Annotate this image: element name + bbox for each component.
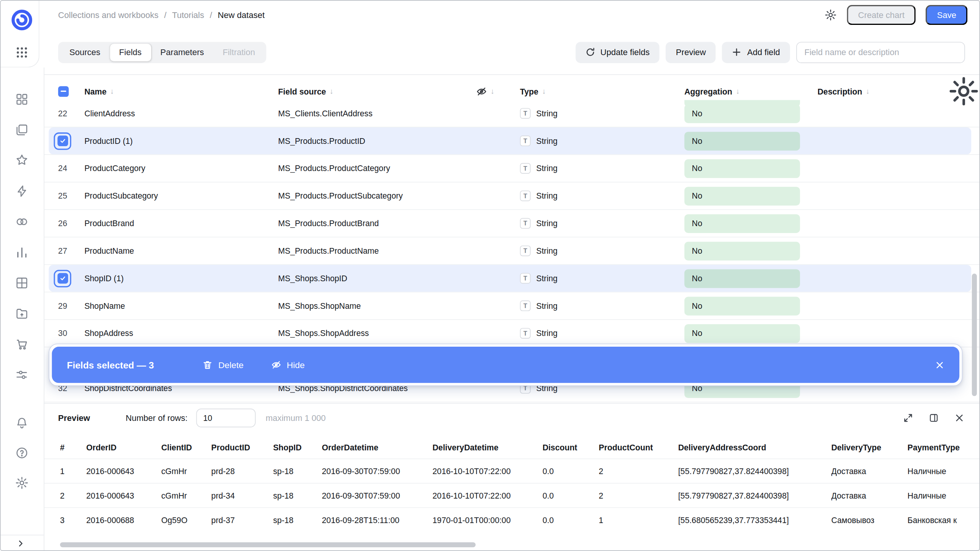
table-row[interactable]: 24 ProductCategory MS_Products.ProductCa… [44, 155, 980, 183]
expand-icon[interactable] [903, 413, 913, 423]
preview-cell: sp-18 [273, 491, 322, 500]
sidebar-divider [44, 67, 44, 551]
aggregation-select[interactable]: No [684, 132, 800, 150]
delete-selected-button[interactable]: Delete [203, 360, 243, 370]
save-button[interactable]: Save [926, 5, 967, 25]
breadcrumb-collections[interactable]: Collections and workbooks [58, 10, 158, 20]
row-checkbox[interactable] [54, 269, 71, 287]
field-name: ShopAddress [84, 329, 278, 338]
horizontal-scrollbar[interactable] [60, 542, 476, 547]
field-type[interactable]: T String [520, 163, 684, 174]
settings-gear-icon[interactable] [15, 476, 29, 490]
column-header-name[interactable]: Name↓ [84, 86, 278, 96]
row-number: 22 [58, 109, 67, 118]
preview-column-header: Discount [542, 443, 599, 452]
aggregation-select[interactable]: No [684, 324, 800, 343]
row-checkbox[interactable] [54, 132, 71, 150]
field-type-label: String [536, 301, 557, 310]
breadcrumb-tutorials[interactable]: Tutorials [172, 10, 204, 20]
vertical-scrollbar[interactable] [972, 274, 977, 396]
aggregation-select[interactable]: No [684, 104, 800, 123]
rows-count-input[interactable] [196, 409, 256, 427]
preview-column-header: ShopID [273, 443, 322, 452]
table-row[interactable]: 23 ProductID (1) MS_Products.ProductID T… [44, 127, 980, 155]
update-fields-label: Update fields [600, 47, 650, 57]
preview-row: 22016-000643cGmHrprd-34sp-182016-09-30T0… [44, 483, 980, 507]
field-type[interactable]: T String [520, 108, 684, 119]
aggregation-select[interactable]: No [684, 269, 800, 288]
field-type[interactable]: T String [520, 300, 684, 311]
table-row[interactable]: 28 ShopID (1) MS_Shops.ShopID T String N… [44, 265, 980, 292]
column-header-aggregation[interactable]: Aggregation↓ [684, 86, 818, 96]
row-number: 29 [58, 301, 67, 310]
aggregation-select[interactable]: No [684, 159, 800, 178]
sidebar [0, 0, 44, 551]
string-type-icon: T [520, 246, 531, 256]
field-type[interactable]: T String [520, 218, 684, 229]
preview-table-body: 12016-000643cGmHrprd-28sp-182016-09-30T0… [44, 458, 980, 531]
dataset-settings-gear-icon[interactable] [824, 9, 837, 21]
cart-icon[interactable] [15, 337, 29, 351]
squares-icon[interactable] [15, 93, 29, 106]
aggregation-select[interactable]: No [684, 214, 800, 233]
table-grid-icon[interactable] [15, 276, 29, 290]
preview-cell: 2 [599, 491, 678, 500]
preview-toolbar: Preview Number of rows: maximum 1 000 [44, 404, 980, 432]
add-field-button[interactable]: Add field [722, 42, 790, 63]
field-aggregation-cell: No [684, 214, 818, 233]
rings-icon[interactable] [15, 215, 29, 229]
bar-chart-icon[interactable] [15, 246, 29, 259]
help-icon[interactable] [15, 446, 29, 460]
aggregation-select[interactable]: No [684, 241, 800, 260]
create-chart-button[interactable]: Create chart [847, 5, 916, 25]
sort-arrow-icon: ↓ [491, 87, 495, 96]
hide-selected-button[interactable]: Hide [271, 360, 305, 370]
field-name: ProductSubcategory [84, 191, 278, 201]
preview-cell: 3 [60, 515, 87, 524]
tab-parameters[interactable]: Parameters [151, 43, 213, 61]
table-row[interactable]: 25 ProductSubcategory MS_Products.Produc… [44, 183, 980, 210]
close-icon[interactable] [935, 360, 944, 369]
preview-button[interactable]: Preview [666, 42, 716, 63]
tab-sources[interactable]: Sources [60, 43, 110, 61]
table-row[interactable]: 26 ProductBrand MS_Products.ProductBrand… [44, 210, 980, 238]
split-view-icon[interactable] [929, 413, 939, 423]
aggregation-select[interactable]: No [684, 297, 800, 315]
aggregation-select[interactable]: No [684, 186, 800, 205]
field-search-input[interactable] [796, 42, 965, 63]
layers-icon[interactable] [15, 123, 29, 137]
table-row[interactable]: 29 ShopName MS_Shops.ShopName T String N… [44, 292, 980, 320]
column-header-type[interactable]: Type↓ [520, 86, 684, 96]
description-header-label: Description [818, 86, 862, 96]
close-icon[interactable] [954, 413, 964, 423]
update-fields-button[interactable]: Update fields [575, 42, 660, 63]
tab-fields[interactable]: Fields [110, 43, 151, 61]
column-header-description[interactable]: Description↓ [818, 86, 945, 96]
field-type-label: String [536, 329, 557, 338]
field-name: ShopName [84, 301, 278, 310]
folder-upload-icon[interactable] [15, 307, 29, 321]
bell-icon[interactable] [15, 416, 29, 430]
sidebar-collapse[interactable] [0, 535, 44, 551]
table-row[interactable]: 22 ClientAddress MS_Clients.ClientAddres… [44, 100, 980, 127]
field-type[interactable]: T String [520, 246, 684, 256]
field-type[interactable]: T String [520, 135, 684, 146]
eye-off-icon [476, 86, 487, 96]
field-type[interactable]: T String [520, 191, 684, 201]
tab-filtration[interactable]: Filtration [213, 43, 264, 61]
field-type-label: String [536, 109, 557, 118]
datalens-logo[interactable] [11, 9, 33, 31]
apps-grid-icon[interactable] [15, 46, 29, 59]
column-header-visibility[interactable]: ↓ [476, 86, 520, 96]
column-header-source[interactable]: Field source↓ [278, 86, 477, 96]
field-type[interactable]: T String [520, 273, 684, 284]
sliders-icon[interactable] [15, 368, 29, 382]
field-aggregation-cell: No [684, 104, 818, 123]
dataset-toolbar: Sources Fields Parameters Filtration Upd… [44, 30, 980, 74]
preview-column-header: OrderID [86, 443, 161, 452]
select-all-checkbox[interactable] [58, 86, 69, 96]
field-type[interactable]: T String [520, 328, 684, 339]
star-icon[interactable] [15, 153, 29, 167]
lightning-icon[interactable] [15, 184, 29, 198]
table-row[interactable]: 27 ProductName MS_Products.ProductName T… [44, 237, 980, 265]
